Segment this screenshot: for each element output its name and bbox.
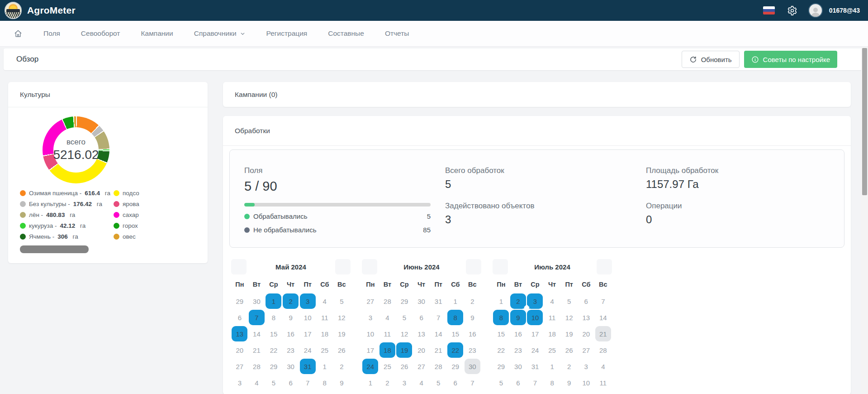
nav-item-1[interactable]: Поля	[43, 29, 60, 38]
calendar-day[interactable]: 8	[493, 309, 510, 326]
calendar-day[interactable]: 3	[578, 358, 595, 375]
calendar-day[interactable]: 5	[493, 375, 510, 391]
calendar-day[interactable]: 26	[560, 342, 578, 358]
calendar-prev-button[interactable]	[493, 259, 508, 274]
calendar-day[interactable]: 2	[282, 293, 299, 309]
calendar-day[interactable]: 17	[299, 326, 316, 342]
calendar-day[interactable]: 9	[464, 309, 481, 326]
calendar-day[interactable]: 20	[231, 342, 248, 358]
calendar-day[interactable]: 8	[447, 309, 464, 326]
calendar-prev-button[interactable]	[362, 259, 377, 274]
calendar-day[interactable]: 20	[578, 326, 595, 342]
calendar-next-button[interactable]	[466, 259, 481, 274]
calendar-day[interactable]: 2	[379, 375, 396, 391]
calendar-day[interactable]: 11	[544, 309, 561, 326]
calendar-day[interactable]: 19	[333, 326, 351, 342]
calendar-next-button[interactable]	[597, 259, 612, 274]
nav-item-5[interactable]: Регистрация	[266, 29, 308, 38]
calendar-day[interactable]: 25	[316, 342, 333, 358]
calendar-day[interactable]: 12	[396, 326, 413, 342]
calendar-day[interactable]: 24	[526, 342, 544, 358]
calendar-day[interactable]: 21	[248, 342, 266, 358]
calendar-next-button[interactable]	[335, 259, 351, 274]
calendar-day[interactable]: 16	[282, 326, 299, 342]
calendar-day[interactable]: 8	[265, 309, 282, 326]
calendar-day[interactable]: 10	[362, 326, 379, 342]
calendar-day[interactable]: 22	[447, 342, 464, 358]
calendar-day[interactable]: 18	[379, 342, 396, 358]
calendar-day[interactable]: 9	[510, 309, 527, 326]
calendar-day[interactable]: 1	[493, 293, 510, 309]
calendar-day[interactable]: 2	[333, 358, 351, 375]
calendar-day[interactable]: 14	[595, 309, 612, 326]
language-flag-icon[interactable]	[763, 6, 775, 14]
calendar-day[interactable]: 11	[379, 326, 396, 342]
calendar-day[interactable]: 4	[595, 358, 612, 375]
calendar-day[interactable]: 5	[333, 293, 351, 309]
calendar-day[interactable]: 28	[379, 293, 396, 309]
calendar-day[interactable]: 1	[544, 358, 561, 375]
calendar-day[interactable]: 19	[396, 342, 413, 358]
calendar-day[interactable]: 29	[265, 358, 282, 375]
calendar-day[interactable]: 23	[464, 342, 481, 358]
calendar-day[interactable]: 13	[231, 326, 248, 342]
calendar-day[interactable]: 24	[362, 358, 379, 375]
calendar-day[interactable]: 30	[510, 358, 527, 375]
calendar-day[interactable]: 9	[333, 375, 351, 391]
calendar-day[interactable]: 16	[510, 326, 527, 342]
calendar-day[interactable]: 6	[231, 309, 248, 326]
calendar-day[interactable]: 27	[413, 358, 430, 375]
calendar-day[interactable]: 23	[510, 342, 527, 358]
calendar-day[interactable]: 8	[544, 375, 561, 391]
legend-horizontal-scrollbar[interactable]	[20, 245, 89, 253]
calendar-day[interactable]: 15	[265, 326, 282, 342]
calendar-day[interactable]: 4	[316, 293, 333, 309]
calendar-day[interactable]: 14	[248, 326, 266, 342]
calendar-day[interactable]: 12	[333, 309, 351, 326]
calendar-day[interactable]: 1	[265, 293, 282, 309]
nav-item-6[interactable]: Составные	[328, 29, 364, 38]
nav-item-7[interactable]: Отчеты	[385, 29, 409, 38]
calendar-day[interactable]: 30	[413, 293, 430, 309]
calendar-day[interactable]: 3	[299, 293, 316, 309]
app-logo-icon[interactable]	[5, 2, 22, 19]
calendar-day[interactable]: 20	[413, 342, 430, 358]
calendar-day[interactable]: 25	[544, 342, 561, 358]
calendar-day[interactable]: 17	[526, 326, 544, 342]
calendar-day[interactable]: 5	[265, 375, 282, 391]
calendar-day[interactable]: 6	[510, 375, 527, 391]
calendar-day[interactable]: 27	[362, 293, 379, 309]
calendar-day[interactable]: 8	[316, 375, 333, 391]
nav-item-4[interactable]: Справочники	[194, 29, 246, 38]
calendar-day[interactable]: 6	[578, 293, 595, 309]
calendar-day[interactable]: 7	[526, 375, 544, 391]
calendar-day[interactable]: 3	[362, 309, 379, 326]
calendar-day[interactable]: 10	[526, 309, 544, 326]
calendar-day[interactable]: 28	[248, 358, 266, 375]
calendar-day[interactable]: 15	[447, 326, 464, 342]
calendar-day[interactable]: 24	[299, 342, 316, 358]
calendar-day[interactable]: 31	[526, 358, 544, 375]
calendar-day[interactable]: 18	[544, 326, 561, 342]
calendar-day[interactable]: 31	[430, 293, 447, 309]
calendar-day[interactable]: 19	[560, 326, 578, 342]
calendar-day[interactable]: 30	[282, 358, 299, 375]
calendar-day[interactable]: 7	[430, 309, 447, 326]
calendar-day[interactable]: 9	[560, 375, 578, 391]
calendar-day[interactable]: 18	[316, 326, 333, 342]
calendar-day[interactable]: 21	[430, 342, 447, 358]
calendar-day[interactable]: 7	[299, 375, 316, 391]
calendar-day[interactable]: 5	[430, 375, 447, 391]
calendar-day[interactable]: 13	[413, 326, 430, 342]
calendar-day[interactable]: 4	[413, 375, 430, 391]
calendar-day[interactable]: 17	[362, 342, 379, 358]
calendar-day[interactable]: 21	[595, 326, 612, 342]
calendar-day[interactable]: 26	[396, 358, 413, 375]
calendar-day[interactable]: 29	[396, 293, 413, 309]
home-icon[interactable]	[14, 29, 23, 38]
calendar-day[interactable]: 6	[447, 375, 464, 391]
calendar-day[interactable]: 7	[248, 309, 266, 326]
vertical-scrollbar-thumb[interactable]	[862, 48, 867, 195]
settings-gear-icon[interactable]	[787, 5, 798, 16]
nav-item-3[interactable]: Кампании	[141, 29, 173, 38]
